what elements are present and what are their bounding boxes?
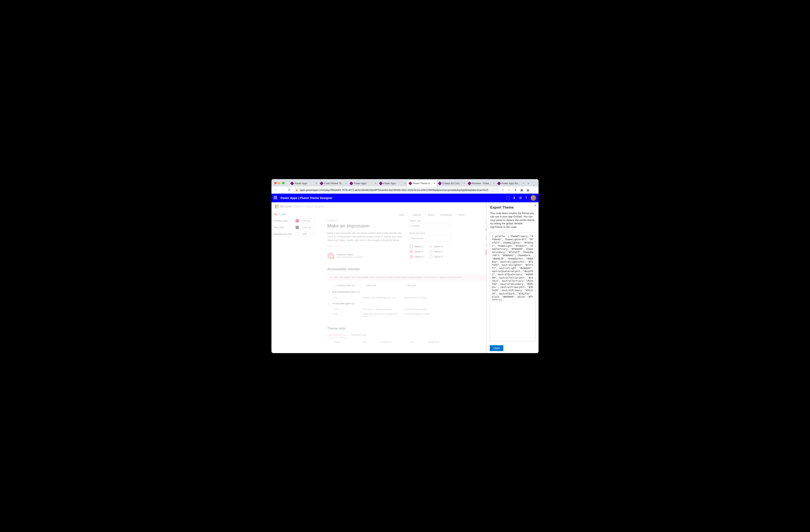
- color-panel: 🎨 Color Primary colorText colorBackgroun…: [272, 211, 323, 353]
- close-tab-icon[interactable]: ✕: [375, 182, 376, 184]
- hero-heading: Make an impression: [327, 223, 404, 229]
- radio-option[interactable]: Option 2: [429, 250, 443, 253]
- chevron-down-icon: ⌄: [448, 225, 449, 227]
- share-icon[interactable]: ⇧: [500, 187, 505, 193]
- back-button[interactable]: ←: [273, 187, 278, 193]
- user-avatar[interactable]: [531, 195, 536, 201]
- close-tab-icon[interactable]: ✕: [434, 182, 435, 184]
- color-input[interactable]: [301, 225, 315, 230]
- radio-option[interactable]: Option 3: [429, 255, 443, 258]
- help-icon[interactable]: ?: [525, 196, 527, 200]
- browser-tab[interactable]: Power Apps✕: [349, 180, 378, 186]
- color-input[interactable]: [301, 218, 315, 223]
- app-title: Power Apps | Fluent Theme Designer: [280, 196, 333, 200]
- text-input[interactable]: [410, 235, 451, 242]
- color-section-header: 🎨 Color: [274, 213, 320, 216]
- download-icon[interactable]: ⬇: [513, 196, 516, 200]
- lock-icon: 🔒: [295, 189, 298, 191]
- close-tab-icon[interactable]: ✕: [315, 182, 317, 184]
- presence-icon: [333, 257, 335, 259]
- tab-overflow-icon[interactable]: ⌄: [531, 183, 537, 186]
- hero-paragraph: Make a big impression with this clean, m…: [327, 231, 404, 242]
- powerapps-header: Power Apps | Fluent Theme Designer ⛶ ⬇ ⚙…: [272, 194, 538, 202]
- address-bar[interactable]: 🔒 apps.powerapps.com/play/2f6b0e93-7676-…: [293, 187, 499, 193]
- sub-title: | Fluent UI Theme Designer: [293, 205, 324, 208]
- close-tab-icon[interactable]: ✕: [404, 182, 406, 184]
- browser-tab[interactable]: Creator Kit Control Referen✕: [437, 180, 466, 186]
- persona-avatar: CE: [327, 252, 335, 259]
- extensions-icon[interactable]: ✦: [513, 187, 518, 193]
- command-share[interactable]: ↗Share: [424, 213, 435, 216]
- dropdown-label: Select one: [410, 219, 480, 222]
- settings-icon[interactable]: ⚙: [519, 196, 522, 200]
- browser-tab[interactable]: Code Review Tool Experim✕: [319, 180, 348, 186]
- command-new[interactable]: +New⌄: [396, 213, 407, 216]
- profile-icon[interactable]: ◉: [525, 187, 531, 193]
- close-tab-icon[interactable]: ✕: [522, 182, 524, 184]
- mac-window-controls[interactable]: [274, 182, 285, 184]
- export-theme-panel: Export Theme ✕ This code block creates t…: [487, 202, 538, 353]
- radio-option[interactable]: Option 1: [429, 245, 443, 248]
- menu-icon[interactable]: ⋮: [532, 187, 537, 193]
- theme-code-block[interactable]: { palette: { themePrimary: "#f00e4a", th…: [490, 233, 536, 341]
- persona: CE Cameron Evans Senior Researcher at Co…: [327, 252, 404, 259]
- microsoft-logo-icon: [275, 205, 279, 209]
- browser-tab[interactable]: Fluent Theme Designer - P✕: [407, 180, 437, 186]
- color-swatch[interactable]: [295, 226, 299, 229]
- account-icon[interactable]: ▣: [519, 187, 524, 193]
- palette-icon: 🎨: [274, 213, 277, 216]
- fit-icon[interactable]: ⛶: [506, 196, 509, 200]
- panel-title: Export Theme: [490, 205, 535, 210]
- command-download[interactable]: ↓Download: [438, 213, 452, 216]
- color-label: Text color: [274, 226, 293, 229]
- slot-tab[interactable]: Semantic slots: [351, 334, 367, 338]
- command-upload[interactable]: ↑Upload: [410, 213, 421, 216]
- persona-role: Senior Researcher at Contoso: [336, 256, 363, 258]
- close-button[interactable]: Close: [490, 345, 503, 351]
- color-label: Background color: [274, 233, 293, 235]
- browser-tab[interactable]: Power Apps✕: [378, 180, 407, 186]
- checkbox-option[interactable]: Option 1: [410, 245, 423, 248]
- panel-description: This code block creates the theme you ca…: [490, 212, 535, 229]
- color-swatch[interactable]: [295, 219, 299, 222]
- learn-more-link[interactable]: Learn more ›: [327, 245, 404, 248]
- color-swatch[interactable]: [295, 232, 299, 236]
- browser-tab[interactable]: Reviews · Power Apps✕: [467, 180, 496, 186]
- browser-tab[interactable]: Power Apps✕: [289, 180, 319, 186]
- checkbox-option[interactable]: ✓Option 2: [410, 250, 423, 253]
- url-text: apps.powerapps.com/play/2f6b0e93-7676-40…: [300, 188, 488, 192]
- browser-tab-strip: Power Apps✕Code Review Tool Experim✕Powe…: [272, 179, 538, 186]
- text-input-label: Enter text here: [410, 232, 480, 235]
- color-label: Primary color: [274, 219, 293, 222]
- forward-button[interactable]: →: [280, 187, 285, 193]
- browser-tab[interactable]: Power Apps Review Tool -✕: [496, 180, 525, 186]
- bookmark-icon[interactable]: ☆: [506, 187, 512, 193]
- close-tab-icon[interactable]: ✕: [345, 182, 347, 184]
- content-dropdown[interactable]: Content ⌄: [410, 223, 451, 229]
- new-tab-button[interactable]: +: [525, 181, 531, 186]
- browser-toolbar: ← → ⟳ 🔒 apps.powerapps.com/play/2f6b0e93…: [272, 186, 538, 194]
- close-tab-icon[interactable]: ✕: [464, 182, 465, 184]
- stories-caption: STORIES: [327, 219, 404, 221]
- persona-name: Cameron Evans: [336, 253, 363, 256]
- color-input[interactable]: [301, 232, 315, 236]
- error-icon: ⊘: [330, 276, 332, 279]
- brand-text: Microsoft: [280, 205, 292, 208]
- chevron-down-icon[interactable]: ⌄: [333, 284, 335, 287]
- command-more[interactable]: ⋯More: [455, 213, 465, 216]
- app-launcher-icon[interactable]: [274, 196, 278, 200]
- slot-tab[interactable]: Fabric palette slots: [327, 334, 347, 338]
- close-tab-icon[interactable]: ✕: [493, 182, 495, 184]
- checkbox-option[interactable]: ✓Option 3: [410, 255, 423, 258]
- reload-button[interactable]: ⟳: [286, 187, 292, 193]
- close-icon[interactable]: ✕: [534, 204, 537, 207]
